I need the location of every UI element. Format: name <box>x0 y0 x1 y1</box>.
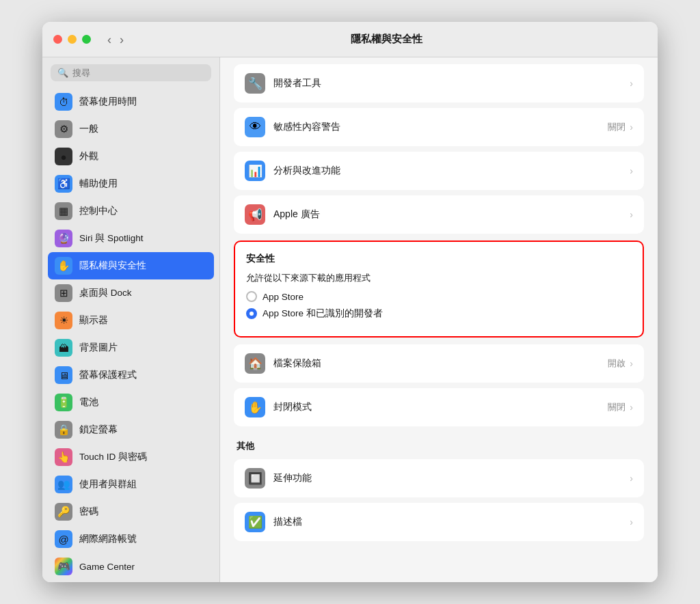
sidebar-item-label-wallpaper: 背景圖片 <box>79 342 118 354</box>
apple-ads-icon: 📢 <box>245 204 265 225</box>
sidebar-item-label-control-center: 控制中心 <box>79 205 118 217</box>
chevron-icon: › <box>630 209 633 220</box>
security-section-header: 安全性 <box>246 253 632 265</box>
radio-app-store-identified[interactable]: App Store 和已識別的開發者 <box>246 307 632 320</box>
other-section-header: 其他 <box>237 440 644 452</box>
row-profiles[interactable]: ✅ 描述檔 › <box>234 503 644 541</box>
chevron-icon: › <box>630 402 633 413</box>
row-filevault[interactable]: 🏠 檔案保險箱 開啟 › <box>234 344 644 383</box>
chevron-icon: › <box>630 473 633 484</box>
sidebar-item-wallpaper[interactable]: 🏔背景圖片 <box>48 334 214 361</box>
sidebar-item-lock-screen[interactable]: 🔒鎖定螢幕 <box>48 416 214 443</box>
sidebar-item-label-lock-screen: 鎖定螢幕 <box>79 424 118 436</box>
developer-tools-icon: 🔧 <box>245 73 265 94</box>
radio-button-app-store-identified[interactable] <box>246 308 257 319</box>
sidebar-item-control-center[interactable]: ▦控制中心 <box>48 197 214 225</box>
sensitive-content-label: 敏感性內容警告 <box>273 121 608 133</box>
profiles-icon: ✅ <box>245 512 265 532</box>
analytics-label: 分析與改進功能 <box>273 165 630 177</box>
sidebar-item-screen-time[interactable]: ⏱螢幕使用時間 <box>48 88 214 115</box>
display-icon: ☀ <box>55 312 72 329</box>
traffic-lights <box>53 35 91 44</box>
sidebar-item-label-siri-spotlight: Siri 與 Spotlight <box>79 232 144 245</box>
row-extensions[interactable]: 🔲 延伸功能 › <box>234 459 644 497</box>
lock-screen-icon: 🔒 <box>55 421 72 439</box>
screensaver-icon: 🖥 <box>55 366 72 384</box>
row-analytics[interactable]: 📊 分析與改進功能 › <box>234 152 644 190</box>
desktop-dock-icon: ⊞ <box>55 284 72 302</box>
content-area: 🔍 ⏱螢幕使用時間⚙一般●外觀♿輔助使用▦控制中心🔮Siri 與 Spotlig… <box>42 57 658 582</box>
radio-app-store-only[interactable]: App Store <box>246 291 632 302</box>
row-apple-ads[interactable]: 📢 Apple 廣告 › <box>234 195 644 234</box>
back-button[interactable]: ‹ <box>105 33 114 46</box>
extensions-label: 延伸功能 <box>273 472 630 484</box>
sidebar-item-display[interactable]: ☀顯示器 <box>48 307 214 334</box>
internet-accounts-icon: @ <box>55 530 72 548</box>
sidebar-item-game-center[interactable]: 🎮Game Center <box>48 553 214 580</box>
radio-button-app-store[interactable] <box>246 291 257 302</box>
sidebar-item-appearance[interactable]: ●外觀 <box>48 143 214 170</box>
main-content: 🔧 開發者工具 › 👁 敏感性內容警告 關閉 › 📊 分析與改進功能 › 📢 <box>220 57 658 582</box>
siri-spotlight-icon: 🔮 <box>55 230 72 247</box>
search-icon: 🔍 <box>57 68 68 78</box>
forward-button[interactable]: › <box>117 33 126 46</box>
chevron-icon: › <box>630 122 633 133</box>
privacy-security-icon: ✋ <box>55 257 72 275</box>
chevron-icon: › <box>630 517 633 527</box>
sidebar-item-label-internet-accounts: 網際網路帳號 <box>79 533 137 545</box>
close-button[interactable] <box>53 35 62 44</box>
sidebar-item-screensaver[interactable]: 🖥螢幕保護程式 <box>48 361 214 389</box>
chevron-icon: › <box>630 358 633 369</box>
page-title: 隱私權與安全性 <box>126 33 647 46</box>
sidebar-item-siri-spotlight[interactable]: 🔮Siri 與 Spotlight <box>48 225 214 252</box>
sidebar-item-label-general: 一般 <box>79 123 98 135</box>
sidebar-item-touch-id[interactable]: 👆Touch ID 與密碼 <box>48 443 214 471</box>
general-icon: ⚙ <box>55 120 72 138</box>
chevron-icon: › <box>630 78 633 89</box>
extensions-icon: 🔲 <box>245 468 265 489</box>
other-rows-group: 🔲 延伸功能 › ✅ 描述檔 › <box>234 459 644 541</box>
system-preferences-window: ‹ › 隱私權與安全性 🔍 ⏱螢幕使用時間⚙一般●外觀♿輔助使用▦控制中心🔮Si… <box>42 22 658 582</box>
analytics-icon: 📊 <box>245 161 265 181</box>
sidebar-item-label-screensaver: 螢幕保護程式 <box>79 369 137 381</box>
search-bar: 🔍 <box>42 57 219 88</box>
sidebar-item-general[interactable]: ⚙一般 <box>48 115 214 143</box>
sidebar-item-label-display: 顯示器 <box>79 314 108 327</box>
filevault-value: 開啟 <box>608 357 625 370</box>
lockdown-value: 關閉 <box>608 401 625 413</box>
security-section-subtitle: 允許從以下來源下載的應用程式 <box>246 272 632 284</box>
sidebar-item-passwords[interactable]: 🔑密碼 <box>48 498 214 525</box>
nav-buttons: ‹ › <box>105 33 126 46</box>
minimize-button[interactable] <box>68 35 77 44</box>
radio-label-app-store-identified: App Store 和已識別的開發者 <box>262 307 383 320</box>
sidebar-item-accessibility[interactable]: ♿輔助使用 <box>48 170 214 197</box>
sidebar-item-label-desktop-dock: 桌面與 Dock <box>79 287 132 299</box>
row-developer-tools[interactable]: 🔧 開發者工具 › <box>234 64 644 102</box>
sidebar-item-internet-accounts[interactable]: @網際網路帳號 <box>48 525 214 553</box>
security-section: 安全性 允許從以下來源下載的應用程式 App Store App Store 和… <box>234 241 644 338</box>
sidebar-item-label-appearance: 外觀 <box>79 150 98 163</box>
radio-label-app-store: App Store <box>262 292 304 302</box>
sensitive-content-value: 關閉 <box>608 121 625 133</box>
row-lockdown[interactable]: ✋ 封閉模式 關閉 › <box>234 388 644 426</box>
game-center-icon: 🎮 <box>55 558 72 575</box>
sidebar-item-label-users-groups: 使用者與群組 <box>79 478 137 491</box>
sidebar-item-label-battery: 電池 <box>79 396 98 409</box>
sidebar-item-users-groups[interactable]: 👥使用者與群組 <box>48 471 214 498</box>
sensitive-content-icon: 👁 <box>245 117 265 137</box>
sidebar-item-label-accessibility: 輔助使用 <box>79 178 118 190</box>
search-input-wrap[interactable]: 🔍 <box>51 64 211 81</box>
sidebar-item-privacy-security[interactable]: ✋隱私權與安全性 <box>48 252 214 279</box>
sidebar-item-desktop-dock[interactable]: ⊞桌面與 Dock <box>48 279 214 307</box>
row-sensitive-content[interactable]: 👁 敏感性內容警告 關閉 › <box>234 108 644 146</box>
search-input[interactable] <box>72 68 204 78</box>
sidebar-item-label-touch-id: Touch ID 與密碼 <box>79 451 147 463</box>
sidebar-item-label-passwords: 密碼 <box>79 506 98 518</box>
battery-icon: 🔋 <box>55 394 72 411</box>
profiles-label: 描述檔 <box>273 516 630 528</box>
filevault-icon: 🏠 <box>245 353 265 374</box>
lockdown-icon: ✋ <box>245 397 265 417</box>
zoom-button[interactable] <box>82 35 91 44</box>
sidebar-item-label-screen-time: 螢幕使用時間 <box>79 96 137 108</box>
sidebar-item-battery[interactable]: 🔋電池 <box>48 389 214 416</box>
